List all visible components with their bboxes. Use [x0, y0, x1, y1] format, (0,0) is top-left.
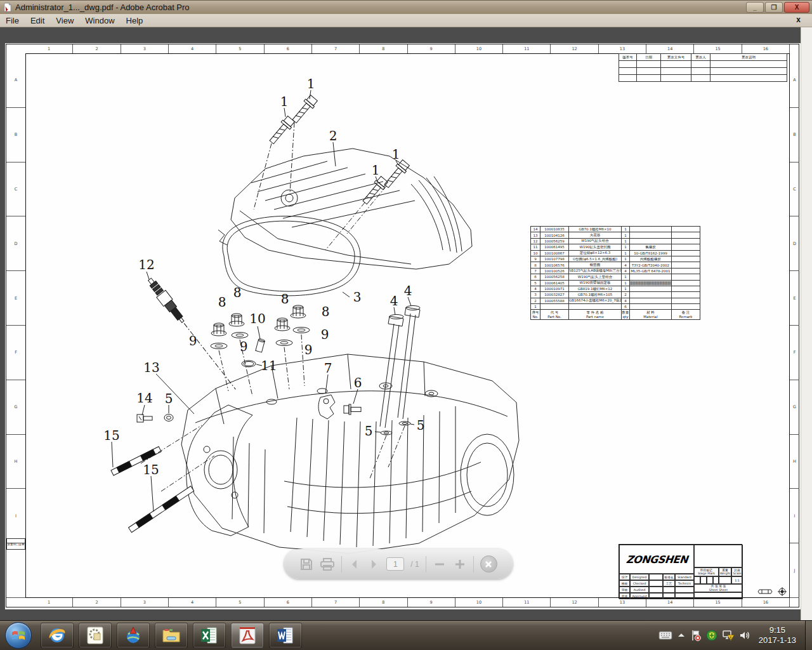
window-titlebar[interactable]: Administrator_1..._dwg.pdf - Adobe Acrob… [0, 0, 812, 14]
titleblock-sig-cell [649, 580, 663, 587]
callout-9: 9 [240, 339, 248, 354]
titleblock-sig-cell [649, 587, 663, 593]
callout-5: 5 [365, 423, 373, 439]
callout-8: 8 [322, 304, 330, 319]
callout-9: 9 [321, 327, 329, 342]
menu-help[interactable]: Help [121, 16, 149, 25]
callout-8: 8 [233, 285, 242, 300]
dowel-pin [256, 338, 265, 352]
previous-page-icon[interactable] [348, 558, 361, 571]
toolbar-separator [426, 556, 426, 573]
callout-8: 8 [281, 291, 289, 307]
acrobat-doc-icon [3, 3, 12, 12]
zoom-out-icon[interactable] [433, 557, 447, 571]
close-button[interactable]: X [784, 2, 809, 13]
network-warning-icon[interactable] [722, 630, 735, 641]
titleblock-sig-cell [649, 593, 663, 599]
word-icon [276, 626, 295, 645]
antivirus-shield-icon[interactable] [706, 630, 717, 641]
callout-11: 11 [261, 358, 277, 373]
volume-icon[interactable] [739, 630, 750, 641]
close-x-icon [485, 560, 492, 568]
taskbar-excel-button[interactable] [193, 623, 226, 648]
callout-2: 2 [329, 128, 337, 143]
callout-5: 5 [165, 391, 173, 406]
callout-9: 9 [189, 333, 197, 348]
window-title: Administrator_1..._dwg.pdf - Adobe Acrob… [15, 3, 190, 12]
callout-13: 13 [143, 360, 159, 375]
zoom-in-icon[interactable] [453, 557, 467, 571]
titleblock-sig-cell: 设计 [619, 574, 630, 580]
desktop: Administrator_1..._dwg.pdf - Adobe Acrob… [0, 0, 812, 650]
menu-edit[interactable]: Edit [25, 16, 50, 25]
system-tray: 9:15 2017-1-13 [658, 625, 805, 646]
windows-flag-icon [11, 628, 25, 642]
callout-8: 8 [218, 295, 226, 310]
drawing-sheet: 12345678910111213141516 1234567891011121… [5, 43, 801, 609]
save-icon[interactable] [299, 557, 313, 571]
hidden-icons-chevron[interactable] [677, 632, 686, 639]
titleblock-sig-cell: 校核 [619, 580, 630, 587]
titleblock-sig-cell: Approved [630, 593, 649, 599]
callout-1: 1 [392, 147, 400, 162]
next-page-icon[interactable] [367, 558, 380, 571]
vertical-scrollbar[interactable] [801, 27, 812, 621]
minimize-button[interactable]: _ [746, 2, 764, 13]
sheet-count-label: 共 张 第 张Sheet Sheet [694, 584, 743, 592]
print-icon[interactable] [320, 557, 335, 571]
scale-label: 比例Scale [731, 567, 743, 576]
clock-time: 9:15 [759, 625, 796, 635]
callout-4: 4 [404, 283, 412, 298]
reading-mode-toolbar: 1 / 1 [284, 549, 513, 579]
callout-6: 6 [354, 375, 362, 390]
callout-7: 7 [324, 361, 332, 376]
start-button[interactable] [5, 622, 32, 649]
taskbar-config-app-button[interactable] [79, 623, 112, 648]
page-total-label: / 1 [410, 560, 419, 569]
callout-15: 15 [143, 462, 159, 477]
taskbar-word-button[interactable] [269, 623, 302, 648]
valve-cover [231, 149, 472, 269]
folder-icon [161, 626, 181, 645]
taskbar-acrobat-button-active[interactable] [231, 623, 264, 648]
callout-1: 1 [307, 76, 315, 91]
fixing-plate [318, 375, 335, 419]
taskbar-explorer-button[interactable] [155, 623, 188, 648]
stage-mark-label: 阶段标记Stage Mark [694, 567, 719, 576]
taskbar-clock[interactable]: 9:15 2017-1-13 [759, 625, 796, 646]
socket-screw [137, 415, 152, 422]
restore-button[interactable]: ❐ [765, 2, 783, 13]
acrobat-icon [238, 626, 257, 645]
internet-explorer-icon [48, 626, 67, 645]
menu-window[interactable]: Window [79, 16, 120, 25]
titleblock-sig-cell [675, 593, 694, 599]
taskbar: 9:15 2017-1-13 [0, 620, 812, 650]
page-number-input[interactable]: 1 [386, 557, 404, 571]
titleblock-sig-cell: Technics [675, 580, 694, 587]
ime-keyboard-icon[interactable] [658, 630, 672, 640]
toolbar-close-button[interactable] [480, 555, 497, 573]
long-studs [370, 297, 420, 479]
titleblock-sig-cell [663, 593, 675, 599]
callout-1: 1 [280, 94, 289, 109]
titleblock-sig-cell: Standard [675, 574, 694, 580]
leader-12 [147, 272, 149, 279]
gear-app-icon [86, 626, 105, 645]
document-close-icon[interactable]: x [796, 15, 801, 24]
globe-app-icon [124, 626, 143, 645]
menu-file[interactable]: File [0, 16, 25, 25]
menu-view[interactable]: View [50, 16, 79, 25]
callout-1: 1 [372, 162, 380, 178]
taskbar-globe-app-button[interactable] [117, 623, 150, 648]
titleblock-sig-cell [649, 574, 663, 580]
taskbar-ie-button[interactable] [41, 623, 74, 648]
titleblock-sig-cell [663, 587, 675, 593]
callout-15: 15 [103, 428, 119, 443]
callout-4: 4 [390, 293, 398, 308]
titleblock-sig-cell: 标准化 [663, 574, 675, 580]
menu-bar: FileEditViewWindowHelp [0, 14, 812, 27]
show-desktop-button[interactable] [805, 621, 812, 650]
clock-date: 2017-1-13 [759, 635, 796, 646]
action-center-flag-icon[interactable] [690, 630, 702, 641]
callout-12: 12 [138, 257, 154, 272]
